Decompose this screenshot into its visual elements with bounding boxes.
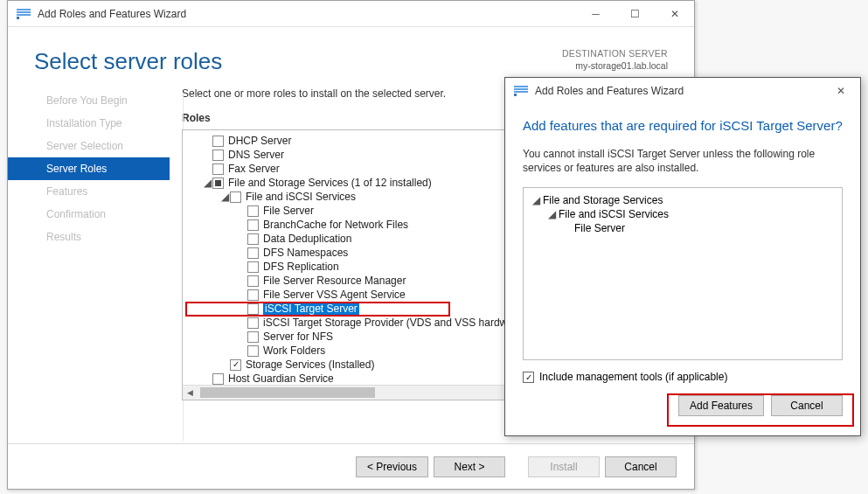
role-checkbox[interactable] (247, 233, 259, 245)
dialog-close-button[interactable]: ✕ (821, 78, 860, 104)
role-label: File and Storage Services (1 of 12 insta… (228, 177, 432, 189)
tree-label: File Server (574, 222, 625, 234)
titlebar[interactable]: Add Roles and Features Wizard ─ ☐ ✕ (8, 1, 694, 27)
minimize-button[interactable]: ─ (576, 1, 615, 27)
tree-row[interactable]: ◢File and Storage Services (531, 193, 835, 207)
wizard-step[interactable]: Installation Type (34, 112, 170, 135)
twisty-icon[interactable]: ◢ (219, 191, 230, 203)
role-checkbox[interactable] (212, 177, 224, 189)
role-label: File and iSCSI Services (246, 191, 356, 203)
scroll-thumb-h[interactable] (200, 387, 375, 398)
svg-rect-5 (514, 88, 528, 90)
destination-value: my-storage01.lab.local (562, 60, 668, 73)
dialog-message: You cannot install iSCSI Target Server u… (523, 147, 843, 175)
svg-rect-1 (17, 11, 31, 13)
wizard-step[interactable]: Server Selection (34, 135, 170, 157)
role-label: Storage Services (Installed) (246, 358, 374, 371)
role-checkbox[interactable] (247, 261, 259, 273)
role-checkbox[interactable] (247, 317, 259, 329)
tree-label: File and Storage Services (543, 194, 663, 206)
role-checkbox[interactable] (247, 289, 259, 301)
include-tools-checkbox[interactable] (523, 372, 534, 383)
role-label: Work Folders (263, 344, 325, 357)
window-title: Add Roles and Features Wizard (38, 8, 576, 20)
install-button[interactable]: Install (528, 456, 600, 477)
role-checkbox[interactable] (247, 247, 259, 259)
scroll-left-icon[interactable]: ◀ (183, 386, 198, 400)
role-label: Server for NFS (263, 330, 333, 343)
include-tools-label: Include management tools (if applicable) (539, 371, 727, 383)
role-label: iSCSI Target Server (263, 303, 359, 315)
maximize-button[interactable]: ☐ (615, 1, 655, 27)
role-label: BranchCache for Network Files (263, 219, 408, 231)
role-checkbox[interactable] (212, 164, 224, 175)
svg-rect-0 (17, 9, 31, 10)
tree-row[interactable]: File Server (531, 221, 835, 235)
wizard-step[interactable]: Features (34, 180, 170, 203)
role-label: DHCP Server (228, 135, 291, 147)
previous-button[interactable]: < Previous (356, 456, 428, 477)
page-title: Select server roles (34, 48, 562, 75)
role-checkbox[interactable] (212, 373, 224, 385)
role-checkbox[interactable] (230, 359, 241, 371)
role-label: File Server VSS Agent Service (263, 289, 406, 301)
tree-row[interactable]: ◢File and iSCSI Services (531, 207, 835, 221)
svg-rect-6 (514, 91, 528, 93)
tree-label: File and iSCSI Services (559, 208, 669, 220)
role-checkbox[interactable] (247, 205, 259, 217)
role-label: DFS Replication (263, 261, 339, 273)
cancel-button[interactable]: Cancel (605, 456, 677, 477)
role-checkbox[interactable] (247, 345, 259, 357)
wizard-step[interactable]: Results (34, 226, 170, 248)
destination-label: DESTINATION SERVER (562, 48, 668, 60)
add-features-button[interactable]: Add Features (678, 395, 764, 416)
svg-rect-4 (514, 86, 528, 87)
app-icon (17, 7, 31, 21)
dialog-question: Add features that are required for iSCSI… (523, 118, 843, 133)
destination-server: DESTINATION SERVER my-storage01.lab.loca… (562, 48, 668, 72)
role-checkbox[interactable] (247, 275, 259, 287)
wizard-steps: Before You BeginInstallation TypeServer … (34, 84, 170, 429)
role-checkbox[interactable] (212, 150, 224, 161)
app-icon (514, 84, 528, 98)
role-label: DNS Server (228, 149, 284, 161)
role-checkbox[interactable] (247, 219, 259, 231)
role-label: DFS Namespaces (263, 247, 348, 259)
include-tools-row[interactable]: Include management tools (if applicable) (523, 371, 843, 383)
svg-rect-7 (514, 94, 517, 96)
role-label: Fax Server (228, 163, 280, 175)
role-checkbox[interactable] (212, 136, 224, 147)
role-checkbox[interactable] (247, 303, 259, 315)
role-checkbox[interactable] (247, 331, 259, 343)
required-features-tree: ◢File and Storage Services◢File and iSCS… (523, 187, 843, 360)
wizard-step[interactable]: Server Roles (8, 157, 170, 180)
next-button[interactable]: Next > (434, 456, 505, 477)
role-label: File Server (263, 205, 314, 217)
dialog-cancel-button[interactable]: Cancel (771, 395, 843, 416)
role-label: File Server Resource Manager (263, 275, 406, 287)
close-button[interactable]: ✕ (655, 1, 694, 27)
role-checkbox[interactable] (230, 191, 241, 203)
dialog-titlebar[interactable]: Add Roles and Features Wizard ✕ (505, 78, 860, 104)
twisty-icon[interactable]: ◢ (202, 177, 212, 189)
svg-rect-3 (17, 17, 19, 19)
svg-rect-2 (17, 14, 31, 16)
dialog-title: Add Roles and Features Wizard (535, 85, 821, 97)
wizard-step[interactable]: Before You Begin (34, 89, 170, 112)
wizard-buttons: < Previous Next > Install Cancel (8, 443, 694, 489)
wizard-step[interactable]: Confirmation (34, 203, 170, 226)
role-label: Host Guardian Service (228, 372, 334, 385)
add-features-dialog: Add Roles and Features Wizard ✕ Add feat… (504, 77, 861, 436)
twisty-icon[interactable]: ◢ (531, 194, 541, 206)
role-label: Data Deduplication (263, 233, 351, 245)
twisty-icon[interactable]: ◢ (546, 208, 557, 220)
